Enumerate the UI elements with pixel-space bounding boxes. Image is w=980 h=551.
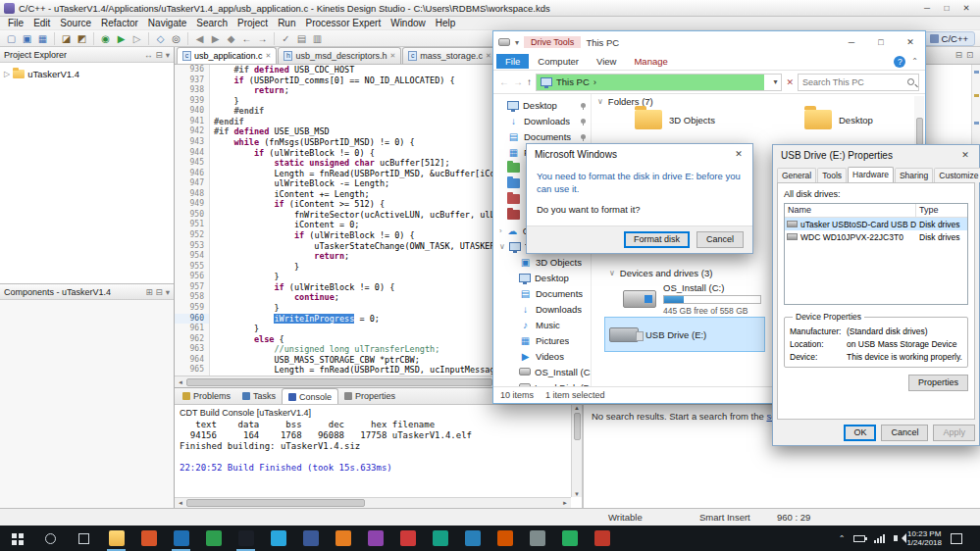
taskbar-app-icon[interactable]: [391, 526, 424, 551]
format-dialog-title-bar[interactable]: Microsoft Windows ✕: [527, 144, 752, 164]
properties-tab-general[interactable]: General: [777, 168, 816, 182]
stop-refresh-icon[interactable]: ✕: [786, 77, 794, 87]
view-tab-console[interactable]: Console: [282, 388, 338, 404]
maximize-icon[interactable]: □: [866, 31, 896, 53]
type-column-header[interactable]: Type: [916, 204, 967, 217]
nav-item-downloads[interactable]: ↓Downloads: [493, 301, 591, 317]
devices-group-header[interactable]: ∨ Devices and drives (3): [609, 268, 712, 278]
ribbon-tab-manage[interactable]: Manage: [625, 54, 676, 69]
taskbar-app-icon[interactable]: [586, 526, 618, 551]
taskbar-app-icon[interactable]: [197, 526, 230, 551]
hidden-icons-chevron[interactable]: ⌃: [839, 534, 846, 543]
properties-tab-tools[interactable]: Tools: [817, 168, 847, 182]
disk-drive-row[interactable]: uTasker USBtoSD-Card USB DeviceDisk driv…: [785, 218, 967, 230]
folder-tile-3d-objects[interactable]: 3D Objects: [631, 107, 793, 132]
view-menu-icon[interactable]: ▾: [166, 287, 170, 297]
format-icon[interactable]: ▥: [310, 31, 325, 46]
taskbar-app-icon[interactable]: [230, 526, 262, 551]
close-icon[interactable]: ✕: [952, 145, 979, 165]
ok-button[interactable]: OK: [844, 425, 876, 441]
console-output[interactable]: text data bss dec hex filename 94156 164…: [175, 420, 582, 474]
search-input[interactable]: Search This PC: [798, 74, 919, 91]
close-icon[interactable]: ✕: [725, 144, 752, 164]
perspective-button[interactable]: C/C++: [923, 31, 975, 46]
breadcrumb-location[interactable]: This PC: [556, 76, 590, 87]
maximize-view-icon[interactable]: ⊡: [966, 50, 973, 60]
taskbar-app-icon[interactable]: [165, 526, 197, 551]
console-vscrollbar[interactable]: ▲ ▼: [571, 405, 582, 497]
properties-tab-customize[interactable]: Customize: [934, 168, 980, 182]
nav-item-3d-objects[interactable]: ▣3D Objects: [493, 254, 591, 270]
expand-chevron-icon[interactable]: ∨: [499, 242, 505, 251]
menu-file[interactable]: File: [3, 18, 28, 28]
action-center-icon[interactable]: [951, 533, 962, 544]
menu-navigate[interactable]: Navigate: [143, 18, 191, 28]
breadcrumb-separator-icon[interactable]: ›: [593, 76, 596, 87]
disk-drives-list[interactable]: Name Type uTasker USBtoSD-Card USB Devic…: [784, 203, 968, 305]
ribbon-tab-view[interactable]: View: [588, 54, 625, 69]
link-editor-icon[interactable]: ↔: [144, 50, 153, 60]
format-disk-button[interactable]: Format disk: [624, 231, 690, 248]
view-tab-properties[interactable]: Properties: [338, 388, 401, 404]
view-tab-tasks[interactable]: Tasks: [236, 388, 282, 404]
console-hscrollbar[interactable]: ◄ ►: [175, 497, 571, 508]
cancel-button[interactable]: Cancel: [696, 231, 744, 248]
start-button[interactable]: [0, 526, 33, 551]
nav-item-os-install-c[interactable]: OS_Install (C:): [493, 364, 591, 379]
scroll-thumb[interactable]: [186, 499, 365, 507]
scroll-left-icon[interactable]: ◄: [175, 379, 186, 385]
prev-annotation-icon[interactable]: ◀: [192, 31, 207, 46]
debug-icon[interactable]: ◉: [98, 31, 113, 46]
maximize-icon[interactable]: □: [937, 1, 956, 16]
network-icon[interactable]: [874, 534, 885, 543]
apply-button[interactable]: Apply: [933, 425, 975, 441]
expand-chevron-icon[interactable]: ›: [499, 226, 502, 235]
search-icon[interactable]: ◎: [169, 31, 183, 46]
nav-item-desktop[interactable]: Desktop: [493, 97, 591, 113]
build-icon[interactable]: ◪: [59, 31, 74, 46]
ribbon-tab-computer[interactable]: Computer: [529, 54, 588, 69]
scroll-up-icon[interactable]: ▲: [571, 405, 583, 411]
minimize-icon[interactable]: ─: [837, 31, 866, 53]
view-menu-icon[interactable]: ▾: [166, 50, 170, 60]
toggle-comment-icon[interactable]: ▤: [294, 31, 309, 46]
nav-item-documents[interactable]: ▤Documents: [493, 128, 591, 144]
menu-search[interactable]: Search: [191, 18, 232, 28]
selected-text[interactable]: iWriteInProgress: [274, 314, 354, 324]
collapse-all-icon[interactable]: ⊟: [156, 50, 163, 60]
name-column-header[interactable]: Name: [785, 204, 916, 217]
scroll-thumb[interactable]: [186, 378, 492, 386]
taskbar-app-icon[interactable]: [553, 526, 586, 551]
disk-drive-row[interactable]: WDC WD10JPVX-22JC3T0Disk drives: [785, 230, 967, 243]
drive-tile-os-install-c[interactable]: OS_Install (C:)445 GB free of 558 GB: [619, 282, 778, 316]
taskbar-app-icon[interactable]: [100, 526, 132, 551]
back-icon[interactable]: ←: [239, 31, 254, 46]
clock[interactable]: 10:23 PM 1/24/2018: [906, 529, 942, 548]
drive-tools-tab[interactable]: Drive Tools: [524, 36, 581, 48]
menu-project[interactable]: Project: [232, 18, 273, 28]
save-icon[interactable]: ▣: [20, 31, 34, 46]
properties-dialog-title-bar[interactable]: USB Drive (E:) Properties ✕: [773, 145, 979, 165]
battery-icon[interactable]: [853, 535, 865, 542]
scroll-down-icon[interactable]: ▼: [571, 491, 583, 497]
cortana-search-button[interactable]: [33, 526, 67, 551]
taskbar-app-icon[interactable]: [456, 526, 489, 551]
address-dropdown-icon[interactable]: ▾: [773, 77, 777, 86]
properties-button[interactable]: Properties: [908, 375, 968, 391]
menu-run[interactable]: Run: [273, 18, 300, 28]
minimize-icon[interactable]: ─: [917, 1, 937, 16]
nav-item-music[interactable]: ♪Music: [493, 317, 591, 332]
taskbar-app-icon[interactable]: [294, 526, 327, 551]
nav-item-desktop[interactable]: Desktop: [493, 270, 591, 285]
next-annotation-icon[interactable]: ▶: [208, 31, 223, 46]
menu-refactor[interactable]: Refactor: [96, 18, 143, 28]
collapse-group-icon[interactable]: ∨: [609, 269, 615, 277]
properties-tab-sharing[interactable]: Sharing: [895, 168, 933, 182]
view-tab-problems[interactable]: Problems: [177, 388, 236, 404]
project-explorer-header[interactable]: Project Explorer ↔⊟▾: [0, 47, 174, 63]
close-icon[interactable]: ✕: [956, 1, 976, 16]
editor-tab-usb-application-c[interactable]: cusb_application.c✕: [177, 47, 277, 64]
menu-help[interactable]: Help: [431, 18, 461, 28]
menu-processor-expert[interactable]: Processor Expert: [300, 18, 386, 28]
editor-tab-mass-storage-c[interactable]: cmass_storage.c✕: [402, 47, 496, 64]
